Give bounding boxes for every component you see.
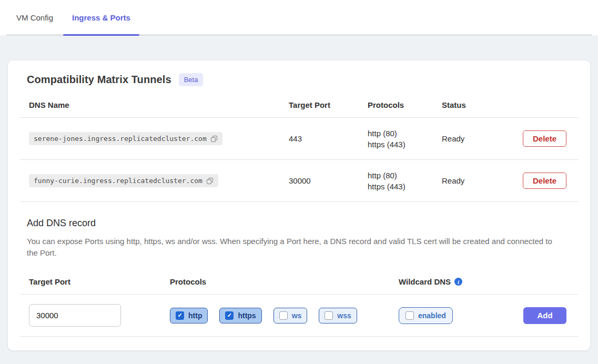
info-icon[interactable]: i	[454, 278, 462, 286]
tab-bar: VM Config Ingress & Ports	[0, 0, 598, 35]
tab-ingress-ports[interactable]: Ingress & Ports	[63, 0, 139, 35]
add-button[interactable]: Add	[523, 307, 566, 324]
checkbox-checked-icon: ✓	[225, 311, 234, 320]
tab-vm-config[interactable]: VM Config	[6, 0, 63, 35]
copy-icon[interactable]	[206, 177, 214, 185]
header-dns-name: DNS Name	[29, 100, 289, 109]
status-value: Ready	[442, 134, 494, 143]
table-row: funny-curie.ingress.replicatedcluster.co…	[19, 160, 579, 202]
wildcard-label: enabled	[418, 311, 446, 320]
tunnels-card: Compatibility Matrix Tunnels Beta DNS Na…	[7, 60, 591, 351]
delete-button[interactable]: Delete	[523, 130, 566, 147]
checkbox-unchecked-icon	[325, 311, 333, 320]
card-title: Compatibility Matrix Tunnels	[27, 74, 171, 86]
form-header-target-port: Target Port	[29, 277, 170, 286]
target-port-value: 30000	[289, 176, 368, 185]
header-target-port: Target Port	[289, 100, 368, 109]
form-header-protocols: Protocols	[170, 277, 399, 286]
tab-bar-inner: VM Config Ingress & Ports	[6, 0, 592, 35]
protocol-line: http (80)	[368, 170, 442, 181]
table-header-row: DNS Name Target Port Protocols Status	[19, 93, 579, 118]
form-header-row: Target Port Protocols Wildcard DNS i	[19, 269, 579, 295]
dns-name-text: funny-curie.ingress.replicatedcluster.co…	[34, 177, 202, 185]
dns-name-pill: serene-jones.ingress.replicatedcluster.c…	[29, 132, 222, 145]
dns-name-text: serene-jones.ingress.replicatedcluster.c…	[34, 135, 207, 143]
protocol-line: https (443)	[368, 139, 442, 150]
wildcard-enabled-checkbox[interactable]: enabled	[399, 307, 453, 324]
dns-name-pill: funny-curie.ingress.replicatedcluster.co…	[29, 174, 218, 187]
protocol-label: ws	[292, 311, 302, 320]
protocol-line: https (443)	[368, 181, 442, 192]
protocol-checkbox-http[interactable]: ✓ http	[170, 308, 208, 323]
status-value: Ready	[442, 176, 494, 185]
delete-button[interactable]: Delete	[523, 173, 566, 189]
target-port-input[interactable]	[29, 304, 121, 327]
table-row: serene-jones.ingress.replicatedcluster.c…	[19, 118, 579, 160]
header-protocols: Protocols	[368, 99, 442, 110]
add-dns-description: You can expose Ports using http, https, …	[27, 236, 559, 259]
protocol-checkbox-wss[interactable]: wss	[319, 308, 357, 323]
form-header-wildcard-dns: Wildcard DNS	[399, 277, 451, 286]
beta-badge: Beta	[179, 73, 204, 86]
checkbox-unchecked-icon	[279, 311, 288, 320]
checkbox-checked-icon: ✓	[176, 311, 184, 320]
protocol-label: wss	[337, 311, 351, 320]
page: VM Config Ingress & Ports Compatibility …	[0, 0, 598, 351]
protocol-checkbox-https[interactable]: ✓ https	[219, 308, 261, 323]
header-status: Status	[442, 100, 494, 109]
protocol-line: http (80)	[368, 128, 442, 139]
copy-icon[interactable]	[210, 135, 218, 143]
form-row: ✓ http ✓ https ws wss	[19, 295, 579, 337]
protocol-label: http	[188, 311, 202, 320]
protocol-checkbox-group: ✓ http ✓ https ws wss	[170, 308, 399, 323]
protocol-label: https	[238, 311, 256, 320]
protocol-checkbox-ws[interactable]: ws	[273, 308, 308, 323]
card-title-row: Compatibility Matrix Tunnels Beta	[19, 73, 579, 86]
target-port-value: 443	[289, 134, 368, 143]
checkbox-unchecked-icon	[406, 311, 414, 320]
add-dns-record-title: Add DNS record	[27, 218, 579, 229]
